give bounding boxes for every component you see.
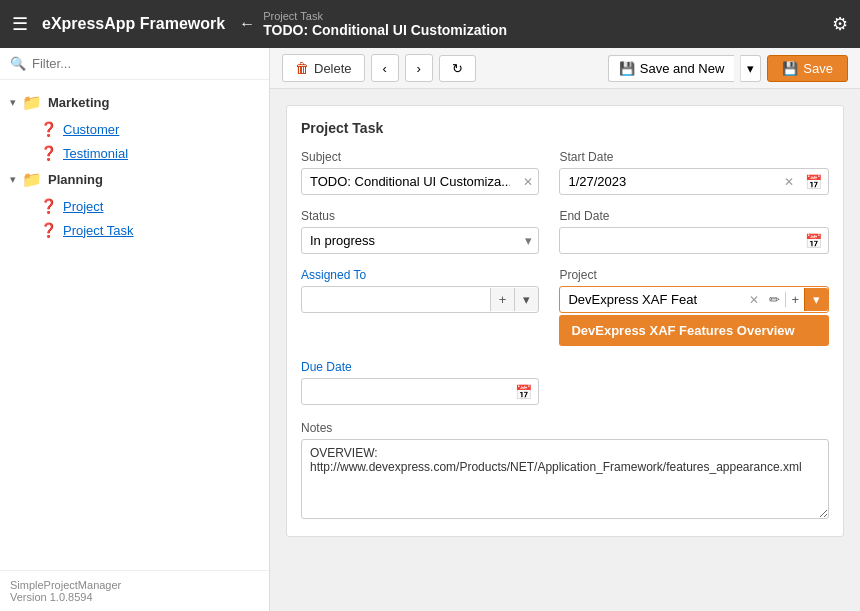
app-title: eXpressApp Framework bbox=[42, 15, 225, 33]
start-date-input-wrap: ✕ 📅 bbox=[559, 168, 829, 195]
save-new-dropdown-button[interactable]: ▾ bbox=[740, 55, 761, 82]
notes-section: Notes OVERVIEW: http://www.devexpress.co… bbox=[301, 421, 829, 522]
project-input-wrap: ✕ ✏ + ▾ bbox=[559, 286, 829, 313]
save-new-icon: 💾 bbox=[619, 61, 635, 76]
assigned-to-field: Assigned To + ▾ bbox=[301, 268, 539, 346]
subject-label: Subject bbox=[301, 150, 539, 164]
sidebar-item-project-task-label: Project Task bbox=[63, 223, 134, 238]
delete-label: Delete bbox=[314, 61, 352, 76]
start-date-label: Start Date bbox=[559, 150, 829, 164]
toolbar: 🗑 Delete ‹ › ↻ 💾 Save and New ▾ 💾 bbox=[270, 48, 860, 89]
subject-field: Subject ✕ bbox=[301, 150, 539, 195]
end-date-label: End Date bbox=[559, 209, 829, 223]
sidebar-item-testimonial[interactable]: ❓ Testimonial bbox=[30, 141, 269, 165]
project-label: Project bbox=[559, 268, 829, 282]
chevron-down-icon-2: ▾ bbox=[10, 173, 16, 186]
end-date-input[interactable] bbox=[560, 228, 799, 253]
hamburger-icon[interactable]: ☰ bbox=[12, 13, 28, 35]
nav-group-marketing-label: Marketing bbox=[48, 95, 109, 110]
page-title: TODO: Conditional UI Customization bbox=[263, 22, 507, 38]
content-area: Project Task Subject ✕ Start Date bbox=[270, 89, 860, 611]
notes-input[interactable]: OVERVIEW: http://www.devexpress.com/Prod… bbox=[301, 439, 829, 519]
sidebar-item-project-label: Project bbox=[63, 199, 103, 214]
nav-group-planning: ▾ 📁 Planning ❓ Project ❓ Project Task bbox=[0, 165, 269, 242]
project-add-icon[interactable]: + bbox=[785, 292, 804, 307]
breadcrumb-area: ← Project Task TODO: Conditional UI Cust… bbox=[225, 10, 832, 38]
due-date-input-wrap: 📅 bbox=[301, 378, 539, 405]
folder-icon-2: 📁 bbox=[22, 170, 42, 189]
sidebar-item-project[interactable]: ❓ Project bbox=[30, 194, 269, 218]
prev-button[interactable]: ‹ bbox=[371, 54, 399, 82]
record-icon: ❓ bbox=[40, 121, 57, 137]
project-dropdown-button[interactable]: ▾ bbox=[804, 288, 828, 311]
due-date-calendar-icon[interactable]: 📅 bbox=[509, 384, 538, 400]
form-grid: Subject ✕ Start Date ✕ 📅 bbox=[301, 150, 829, 405]
sidebar-item-customer[interactable]: ❓ Customer bbox=[30, 117, 269, 141]
due-date-label: Due Date bbox=[301, 360, 539, 374]
status-select-wrap: ▾ bbox=[301, 227, 539, 254]
gear-icon[interactable]: ⚙ bbox=[832, 13, 848, 35]
filter-input[interactable] bbox=[32, 56, 259, 71]
delete-button[interactable]: 🗑 Delete bbox=[282, 54, 365, 82]
nav-group-planning-items: ❓ Project ❓ Project Task bbox=[0, 194, 269, 242]
refresh-icon: ↻ bbox=[452, 61, 463, 76]
sidebar-version: Version 1.0.8594 bbox=[10, 591, 259, 603]
nav-group-marketing: ▾ 📁 Marketing ❓ Customer ❓ Testimonial bbox=[0, 88, 269, 165]
next-icon: › bbox=[416, 61, 420, 76]
subject-input[interactable] bbox=[302, 169, 518, 194]
back-icon[interactable]: ← bbox=[239, 15, 255, 33]
record-icon-3: ❓ bbox=[40, 198, 57, 214]
project-input[interactable] bbox=[560, 287, 744, 312]
project-edit-icon[interactable]: ✏ bbox=[764, 292, 785, 307]
card-title: Project Task bbox=[301, 120, 829, 136]
nav-group-marketing-header[interactable]: ▾ 📁 Marketing bbox=[0, 88, 269, 117]
filter-bar: 🔍 bbox=[0, 48, 269, 80]
project-clear-icon[interactable]: ✕ bbox=[744, 293, 764, 307]
project-field: Project ✕ ✏ + ▾ DevExpress XAF Features … bbox=[559, 268, 829, 346]
sidebar-item-customer-label: Customer bbox=[63, 122, 119, 137]
nav-group-marketing-items: ❓ Customer ❓ Testimonial bbox=[0, 117, 269, 165]
save-button[interactable]: 💾 Save bbox=[767, 55, 848, 82]
project-field-container: ✕ ✏ + ▾ DevExpress XAF Features Overview bbox=[559, 286, 829, 346]
delete-icon: 🗑 bbox=[295, 60, 309, 76]
due-date-input[interactable] bbox=[302, 379, 509, 404]
status-label: Status bbox=[301, 209, 539, 223]
assigned-add-button[interactable]: + bbox=[490, 288, 515, 311]
sidebar: 🔍 ▾ 📁 Marketing ❓ Customer ❓ bbox=[0, 48, 270, 611]
nav-group-planning-header[interactable]: ▾ 📁 Planning bbox=[0, 165, 269, 194]
save-and-new-button[interactable]: 💾 Save and New bbox=[608, 55, 735, 82]
project-dropdown-option[interactable]: DevExpress XAF Features Overview bbox=[559, 315, 829, 346]
assigned-to-label: Assigned To bbox=[301, 268, 539, 282]
refresh-button[interactable]: ↻ bbox=[439, 55, 476, 82]
start-date-clear-icon[interactable]: ✕ bbox=[779, 175, 799, 189]
next-button[interactable]: › bbox=[405, 54, 433, 82]
calendar-icon[interactable]: 📅 bbox=[799, 174, 828, 190]
save-icon: 💾 bbox=[782, 61, 798, 76]
sidebar-app-name: SimpleProjectManager bbox=[10, 579, 259, 591]
end-date-input-wrap: 📅 bbox=[559, 227, 829, 254]
due-date-field: Due Date 📅 bbox=[301, 360, 539, 405]
app-body: 🔍 ▾ 📁 Marketing ❓ Customer ❓ bbox=[0, 48, 860, 611]
nav-tree: ▾ 📁 Marketing ❓ Customer ❓ Testimonial bbox=[0, 80, 269, 570]
sidebar-footer: SimpleProjectManager Version 1.0.8594 bbox=[0, 570, 269, 611]
assigned-dropdown-button[interactable]: ▾ bbox=[514, 288, 538, 311]
assigned-to-input-wrap: + ▾ bbox=[301, 286, 539, 313]
nav-group-planning-label: Planning bbox=[48, 172, 103, 187]
end-date-calendar-icon[interactable]: 📅 bbox=[799, 233, 828, 249]
header-nav-text: Project Task TODO: Conditional UI Custom… bbox=[263, 10, 507, 38]
notes-label: Notes bbox=[301, 421, 829, 435]
status-input[interactable] bbox=[302, 228, 519, 253]
sidebar-item-project-task[interactable]: ❓ Project Task bbox=[30, 218, 269, 242]
end-date-field: End Date 📅 bbox=[559, 209, 829, 254]
subject-input-wrap: ✕ bbox=[301, 168, 539, 195]
status-dropdown-icon[interactable]: ▾ bbox=[519, 233, 538, 248]
save-label: Save bbox=[803, 61, 833, 76]
assigned-to-input[interactable] bbox=[302, 287, 490, 312]
app-header: ☰ eXpressApp Framework ← Project Task TO… bbox=[0, 0, 860, 48]
project-task-card: Project Task Subject ✕ Start Date bbox=[286, 105, 844, 537]
dropdown-arrow-icon: ▾ bbox=[747, 61, 754, 76]
start-date-input[interactable] bbox=[560, 169, 779, 194]
chevron-down-icon: ▾ bbox=[10, 96, 16, 109]
status-field: Status ▾ bbox=[301, 209, 539, 254]
subject-clear-icon[interactable]: ✕ bbox=[518, 175, 538, 189]
